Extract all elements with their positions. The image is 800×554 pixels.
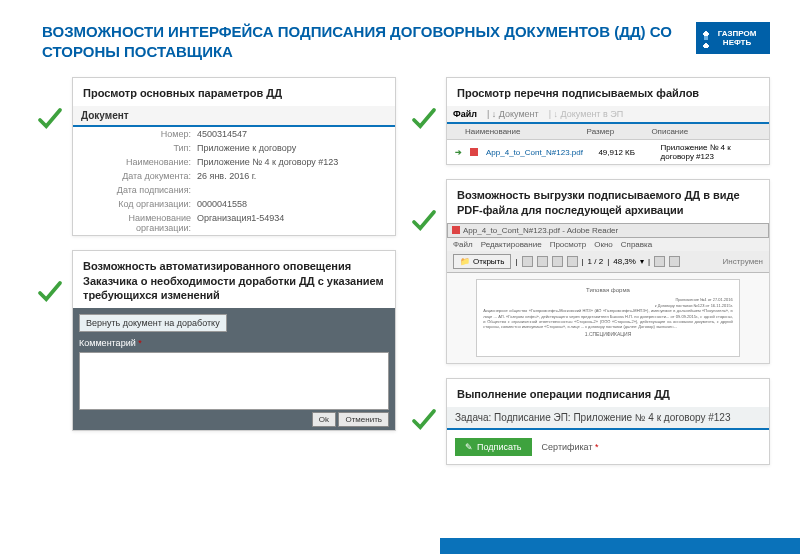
page-indicator: 1 / 2 <box>588 257 604 266</box>
checkmark-icon <box>408 105 440 135</box>
rework-title: Возможность автоматизированного оповещен… <box>73 251 395 308</box>
params-card: Просмотр основных параметров ДД Документ… <box>72 77 396 236</box>
param-row: Код организации:0000041558 <box>73 197 395 211</box>
sign-title: Выполнение операции подписания ДД <box>447 379 769 407</box>
pdf-icon <box>470 148 478 156</box>
tab-file[interactable]: Файл <box>453 109 477 119</box>
files-card: Просмотр перечня подписываемых файлов Фа… <box>446 77 770 165</box>
gazprom-logo: ГАЗПРОМНЕФТЬ <box>696 22 770 54</box>
pdf-title: Возможность выгрузки подписываемого ДД в… <box>447 180 769 223</box>
tab-doc-ep: Документ в ЭП <box>561 109 624 119</box>
pdf-window-title: App_4_to_Cont_N#123.pdf - Adobe Reader <box>447 223 769 238</box>
comment-textarea[interactable] <box>79 352 389 410</box>
param-row: Дата подписания: <box>73 183 395 197</box>
checkmark-icon <box>34 278 66 308</box>
param-row: Тип:Приложение к договору <box>73 141 395 155</box>
rework-card: Возможность автоматизированного оповещен… <box>72 250 396 431</box>
cancel-button[interactable]: Отменить <box>338 412 389 427</box>
checkmark-icon <box>34 105 66 135</box>
files-title: Просмотр перечня подписываемых файлов <box>447 78 769 106</box>
pdf-toolbar[interactable]: 📁 Открыть | |1 / 2 |48,3%▾ | Инструмен <box>447 251 769 273</box>
cert-label: Сертификат <box>542 442 593 452</box>
rework-header: Вернуть документ на доработку <box>79 314 227 332</box>
open-button[interactable]: 📁 Открыть <box>453 254 511 269</box>
pdf-page-preview: Типовая форма Приложение №4 от 27.01.201… <box>476 279 740 357</box>
param-row: Наименование организации:Организация1-54… <box>73 211 395 235</box>
param-row: Дата документа:26 янв. 2016 г. <box>73 169 395 183</box>
param-row: Номер:4500314547 <box>73 127 395 141</box>
params-title: Просмотр основных параметров ДД <box>73 78 395 106</box>
zoom-indicator: 48,3% <box>613 257 636 266</box>
task-label: Задача: Подписание ЭП: Приложение № 4 к … <box>447 407 769 430</box>
pdf-card: Возможность выгрузки подписываемого ДД в… <box>446 179 770 364</box>
comment-label: Комментарий <box>79 338 136 348</box>
pdf-menu[interactable]: ФайлРедактированиеПросмотрОкноСправка <box>447 238 769 251</box>
doc-section: Документ <box>73 106 395 127</box>
tools-label[interactable]: Инструмен <box>723 257 763 266</box>
arrow-icon: ➔ <box>451 148 466 157</box>
file-row[interactable]: ➔ App_4_to_Cont_N#123.pdf 49,912 КБ Прил… <box>447 140 769 164</box>
sign-card: Выполнение операции подписания ДД Задача… <box>446 378 770 465</box>
page-title: ВОЗМОЖНОСТИ ИНТЕРФЕЙСА ПОДПИСАНИЯ ДОГОВО… <box>42 22 676 61</box>
checkmark-icon <box>408 406 440 436</box>
sign-button[interactable]: ✎ Подписать <box>455 438 532 456</box>
footer-bar <box>440 538 800 554</box>
checkmark-icon <box>408 207 440 237</box>
param-row: Наименование:Приложение № 4 к договору #… <box>73 155 395 169</box>
tab-doc[interactable]: Документ <box>499 109 539 119</box>
ok-button[interactable]: Ok <box>312 412 336 427</box>
